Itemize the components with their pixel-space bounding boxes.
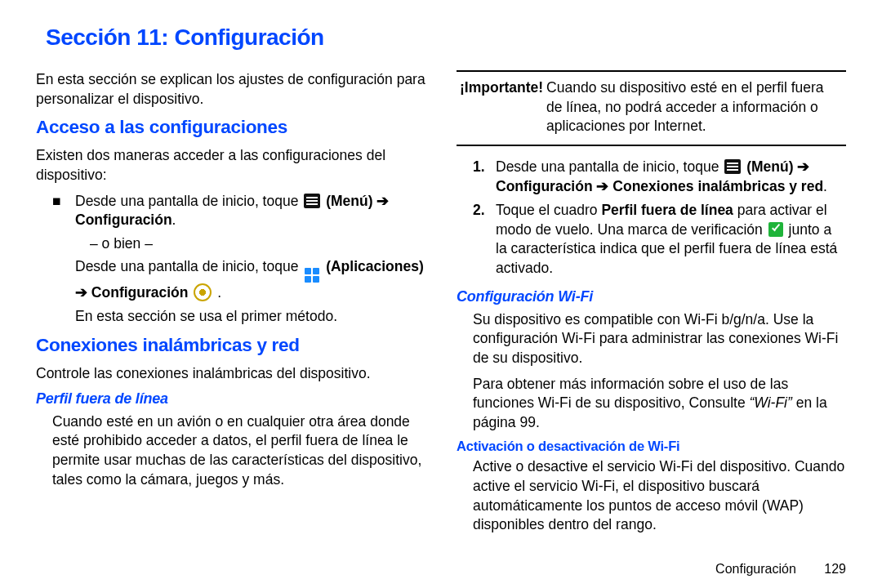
step-number: 1. [473, 158, 496, 196]
period: . [823, 178, 827, 194]
period: . [217, 284, 221, 301]
bullet-item-1b: Desde una pantalla de inicio, toque (Apl… [75, 257, 425, 303]
apps-icon [304, 267, 320, 283]
nav-path: Configuración ➔ Conexiones inalámbricas … [496, 178, 823, 194]
page-footer: Configuración 129 [715, 562, 846, 577]
text: Desde una pantalla de inicio, toque [496, 158, 723, 175]
period: . [172, 212, 176, 228]
bullet-body: Desde una pantalla de inicio, toque (Men… [75, 192, 425, 230]
text: Desde una pantalla de inicio, toque [75, 193, 302, 209]
important-body: Cuando su dispositivo esté en el perfil … [546, 78, 843, 136]
path-config: ➔ Configuración [75, 284, 192, 301]
method-note: En esta sección se usa el primer método. [75, 307, 425, 327]
wifi-p2: Para obtener más información sobre el us… [473, 375, 846, 433]
heading-access: Acceso a las configuraciones [36, 117, 425, 138]
offline-body: Cuando esté en un avión o en cualquier o… [52, 412, 425, 490]
wireless-intro: Controle las conexiones inalámbricas del… [36, 364, 425, 384]
bullet-item-1: ■ Desde una pantalla de inicio, toque (M… [52, 192, 425, 230]
or-divider: – o bien – [90, 235, 425, 252]
config-label: Configuración [75, 212, 172, 228]
menu-icon [724, 159, 741, 174]
step-number: 2. [473, 201, 496, 278]
step-body: Toque el cuadro Perfil fuera de línea pa… [496, 201, 846, 278]
bullet-marker: ■ [52, 192, 75, 230]
columns: En esta sección se explican los ajustes … [36, 70, 846, 541]
arrow-icon: ➔ [376, 193, 389, 209]
arrow-icon: ➔ [797, 158, 809, 175]
section-title: Sección 11: Configuración [46, 24, 846, 51]
offline-bold: Perfil fuera de línea [601, 202, 733, 218]
footer-label: Configuración [715, 562, 796, 576]
heading-wifi-toggle: Activación o desactivación de Wi-Fi [457, 439, 846, 454]
intro-text: En esta sección se explican los ajustes … [36, 70, 425, 109]
heading-wireless: Conexiones inalámbricas y red [36, 335, 425, 356]
left-column: En esta sección se explican los ajustes … [36, 70, 425, 541]
heading-offline: Perfil fuera de línea [36, 390, 425, 408]
wifi-p1: Su dispositivo es compatible con Wi-Fi b… [473, 310, 846, 368]
step-body: Desde una pantalla de inicio, toque (Men… [496, 158, 846, 196]
step-1: 1. Desde una pantalla de inicio, toque (… [473, 158, 846, 196]
right-column: ¡Importante! Cuando su dispositivo esté … [457, 70, 846, 541]
apps-label: (Aplicaciones) [326, 258, 424, 274]
access-intro: Existen dos maneras acceder a las config… [36, 146, 425, 185]
step-2: 2. Toque el cuadro Perfil fuera de línea… [473, 201, 846, 278]
menu-label: (Menú) [746, 158, 797, 175]
heading-wifi: Configuración Wi-Fi [457, 288, 846, 305]
gear-icon [194, 283, 212, 301]
text: Desde una pantalla de inicio, toque [75, 258, 302, 274]
text: Para obtener más información sobre el us… [473, 376, 788, 412]
wifi-reference-link[interactable]: “Wi-Fi” [749, 394, 791, 411]
menu-icon [304, 194, 320, 208]
wifi-toggle-body: Active o desactive el servicio Wi-Fi del… [473, 457, 846, 535]
checkmark-icon [768, 222, 783, 237]
menu-label: (Menú) [326, 193, 376, 209]
important-label: ¡Importante! [460, 78, 543, 136]
bullet-body: Desde una pantalla de inicio, toque (Apl… [75, 257, 425, 303]
important-note: ¡Importante! Cuando su dispositivo esté … [457, 70, 846, 146]
footer-page-number: 129 [824, 562, 846, 576]
text: Toque el cuadro [496, 202, 601, 218]
